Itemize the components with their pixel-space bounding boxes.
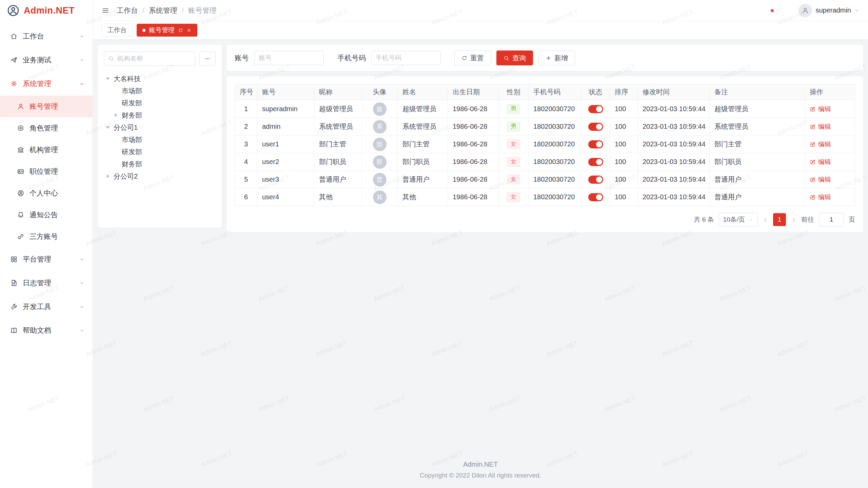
edit-button[interactable]: 编辑 xyxy=(810,105,831,114)
column-header: 状态 xyxy=(581,84,610,100)
cell-phone: 18020030720 xyxy=(529,171,581,188)
status-toggle[interactable] xyxy=(588,176,603,184)
page-size-select[interactable]: 10条/页 xyxy=(719,213,758,226)
org-search-field[interactable] xyxy=(104,52,195,66)
sidebar-subitem[interactable]: 个人中心 xyxy=(0,182,93,204)
cell-remark: 普通用户 xyxy=(710,188,805,206)
sidebar-subitem[interactable]: 通知公告 xyxy=(0,204,93,226)
cell-account: superadmin xyxy=(257,100,314,118)
add-button[interactable]: 新增 xyxy=(538,50,575,65)
page-number-current[interactable]: 1 xyxy=(773,213,786,226)
caret-down-icon[interactable] xyxy=(104,123,112,131)
refresh-icon[interactable] xyxy=(178,28,183,33)
caret-down-icon[interactable] xyxy=(104,75,112,83)
tab-list: 工作台账号管理 xyxy=(102,24,197,37)
accounts-table: 序号账号昵称头像姓名出生日期性别手机号码状态排序修改时间备注操作 1supera… xyxy=(235,84,855,206)
edit-button[interactable]: 编辑 xyxy=(810,122,831,131)
cell-gender: 女 xyxy=(499,136,529,153)
goto-page-input[interactable] xyxy=(819,213,844,226)
caret-right-icon[interactable] xyxy=(104,172,112,180)
status-toggle[interactable] xyxy=(588,105,603,113)
phone-label: 手机号码 xyxy=(337,53,366,63)
table-header-row: 序号账号昵称头像姓名出生日期性别手机号码状态排序修改时间备注操作 xyxy=(235,84,855,100)
cell-account: admin xyxy=(257,118,314,136)
tree-node[interactable]: 市场部 xyxy=(104,85,216,97)
tree-node[interactable]: 市场部 xyxy=(104,134,216,146)
next-page-button[interactable] xyxy=(791,217,796,223)
sidebar-item[interactable]: 平台管理 xyxy=(0,247,93,271)
cell-account: user4 xyxy=(257,188,314,206)
sidebar-item[interactable]: 日志管理 xyxy=(0,271,93,295)
sidebar-subitem[interactable]: 角色管理 xyxy=(0,117,93,139)
cell-nickname: 部门主管 xyxy=(314,136,362,153)
tree-node[interactable]: 研发部 xyxy=(104,146,216,158)
sidebar-subitem[interactable]: 机构管理 xyxy=(0,139,93,161)
tree-node-label: 分公司1 xyxy=(114,123,138,132)
column-header: 账号 xyxy=(257,84,314,100)
status-toggle[interactable] xyxy=(588,123,603,131)
edit-button[interactable]: 编辑 xyxy=(810,193,831,202)
phone-field[interactable] xyxy=(371,51,441,65)
tab-item[interactable]: 工作台 xyxy=(102,24,133,37)
pagination-total: 共 6 条 xyxy=(694,215,714,224)
chevron-down-icon xyxy=(79,58,84,63)
sidebar-item[interactable]: 业务测试 xyxy=(0,48,93,72)
cell-name: 部门职员 xyxy=(398,153,448,171)
workspace: 大名科技市场部研发部财务部分公司1市场部研发部财务部分公司2 账号 手机号码 xyxy=(93,39,868,232)
edit-button[interactable]: 编辑 xyxy=(810,175,831,184)
search-button[interactable]: 查询 xyxy=(496,50,533,65)
org-tree: 大名科技市场部研发部财务部分公司1市场部研发部财务部分公司2 xyxy=(104,73,216,182)
menu-icon[interactable] xyxy=(102,7,109,14)
reset-button[interactable]: 重置 xyxy=(454,50,491,65)
caret-right-icon[interactable] xyxy=(112,111,120,119)
tree-node[interactable]: 分公司2 xyxy=(104,170,216,182)
user-menu[interactable]: superadmin xyxy=(798,4,859,17)
cell-nickname: 系统管理员 xyxy=(314,118,362,136)
footer: Admin.NET Copyright © 2022 Dilon All rig… xyxy=(93,454,868,488)
cell-birthday: 1986-06-28 xyxy=(448,100,499,118)
sidebar-item[interactable]: 帮助文档 xyxy=(0,319,93,342)
tree-node[interactable]: 大名科技 xyxy=(104,73,216,85)
sidebar-subitem[interactable]: 职位管理 xyxy=(0,161,93,182)
gender-tag: 男 xyxy=(507,104,520,114)
edit-button[interactable]: 编辑 xyxy=(810,158,831,166)
sidebar-item[interactable]: 工作台 xyxy=(0,24,93,48)
cell-index: 5 xyxy=(235,171,257,188)
org-search-input[interactable] xyxy=(117,55,191,62)
column-header: 操作 xyxy=(805,84,855,100)
table-row: 4user2部门职员部部门职员1986-06-28女18020030720100… xyxy=(235,153,855,171)
account-input[interactable] xyxy=(259,54,319,62)
breadcrumb-item[interactable]: 工作台 xyxy=(117,6,138,15)
account-field[interactable] xyxy=(254,51,324,65)
search-icon xyxy=(108,56,114,62)
cell-remark: 系统管理员 xyxy=(710,118,805,136)
status-toggle[interactable] xyxy=(588,140,603,148)
tree-node[interactable]: 财务部 xyxy=(104,109,216,121)
chevron-down-icon xyxy=(79,304,84,309)
reset-button-label: 重置 xyxy=(470,54,484,63)
cell-sort: 100 xyxy=(610,136,638,153)
breadcrumb-item[interactable]: 系统管理 xyxy=(149,6,177,15)
sidebar-item[interactable]: 系统管理 xyxy=(0,72,93,96)
tree-node[interactable]: 分公司1 xyxy=(104,121,216,134)
sidebar-subitem-label: 职位管理 xyxy=(29,167,58,176)
tree-node[interactable]: 财务部 xyxy=(104,158,216,170)
link-icon xyxy=(17,233,24,240)
main-column: 工作台 / 系统管理 / 账号管理 TT superadmin 工作台账号管理 xyxy=(93,0,868,488)
sidebar-subitem-label: 个人中心 xyxy=(29,188,58,198)
sidebar-subitem[interactable]: 账号管理 xyxy=(0,96,93,117)
gender-tag: 女 xyxy=(507,139,520,149)
tree-node[interactable]: 研发部 xyxy=(104,97,216,109)
prev-page-button[interactable] xyxy=(763,217,768,223)
status-toggle[interactable] xyxy=(588,193,603,201)
tab-item[interactable]: 账号管理 xyxy=(137,24,197,37)
sidebar-subitem[interactable]: 三方账号 xyxy=(0,226,93,247)
tree-more-button[interactable] xyxy=(199,52,216,66)
edit-button[interactable]: 编辑 xyxy=(810,140,831,149)
status-toggle[interactable] xyxy=(588,158,603,166)
sidebar-item[interactable]: 开发工具 xyxy=(0,295,93,319)
close-icon[interactable] xyxy=(186,28,192,33)
edit-icon xyxy=(810,194,816,200)
phone-input[interactable] xyxy=(376,54,436,62)
app-logo[interactable]: Admin.NET xyxy=(0,0,93,21)
